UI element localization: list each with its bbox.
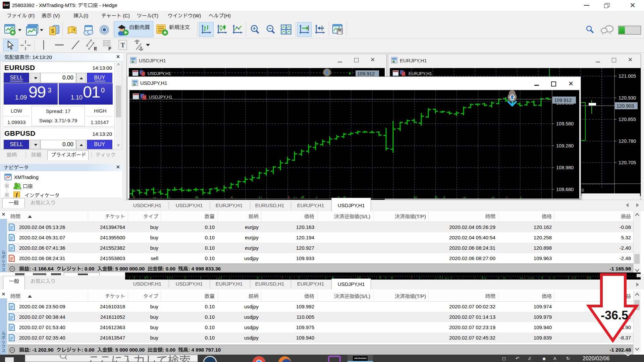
svg-text:0: 0 <box>581 188 584 193</box>
svg-text:F: F <box>108 46 111 51</box>
svg-text:121.005: 121.005 <box>619 73 636 79</box>
svg-text:109.580: 109.580 <box>556 121 574 126</box>
svg-text:120.780: 120.780 <box>619 138 636 144</box>
svg-text:120.855: 120.855 <box>619 117 636 122</box>
svg-text:E: E <box>94 46 97 51</box>
svg-text:120.705: 120.705 <box>619 160 636 165</box>
svg-text:120.930: 120.930 <box>619 95 636 101</box>
svg-text:108.680: 108.680 <box>556 187 574 192</box>
svg-text:5: 5 <box>73 27 75 32</box>
svg-text:109.912: 109.912 <box>554 98 572 103</box>
svg-text:120.903: 120.903 <box>616 103 634 109</box>
svg-text:109.280: 109.280 <box>556 143 574 148</box>
svg-text:USDJPY,H1: USDJPY,H1 <box>148 71 171 76</box>
svg-text:109.912: 109.912 <box>357 71 375 76</box>
svg-text:EURJPY,H1: EURJPY,H1 <box>409 71 432 76</box>
svg-text:$: $ <box>51 28 54 34</box>
svg-text:T: T <box>121 42 125 49</box>
svg-text:USDJPY,H1: USDJPY,H1 <box>149 95 172 100</box>
svg-text:108.980: 108.980 <box>556 165 574 170</box>
